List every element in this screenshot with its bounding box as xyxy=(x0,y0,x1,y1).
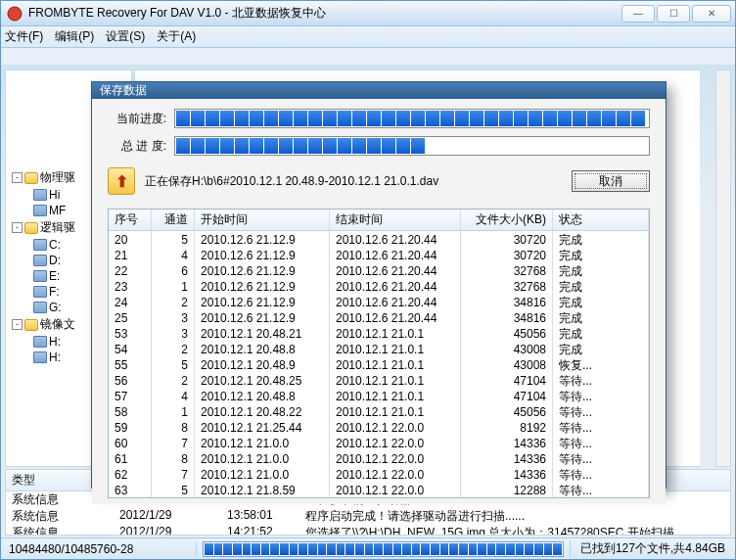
col-ch[interactable]: 通道 xyxy=(152,210,195,230)
tree-expander-icon[interactable]: - xyxy=(12,319,23,330)
table-row[interactable]: 6272010.12.1 21.0.02010.12.1 22.0.014336… xyxy=(109,466,649,482)
table-row[interactable]: 6182010.12.1 21.0.02010.12.1 22.0.014336… xyxy=(109,450,649,466)
drive-icon xyxy=(33,351,47,363)
svg-point-0 xyxy=(8,7,22,21)
tree-drive[interactable]: D: xyxy=(49,254,61,267)
drive-icon xyxy=(33,205,47,216)
tree-physical[interactable]: 物理驱 xyxy=(40,169,75,186)
app-icon xyxy=(7,6,23,22)
status-left: 10484480/10485760-28 xyxy=(1,542,197,556)
tree-drive[interactable]: E: xyxy=(49,269,60,283)
tree-drive[interactable]: C: xyxy=(49,238,61,252)
menu-edit[interactable]: 编辑(P) xyxy=(55,28,94,45)
folder-icon xyxy=(24,172,38,184)
folder-icon xyxy=(24,319,38,331)
table-row[interactable]: 5332010.12.1 20.48.212010.12.1 21.0.1450… xyxy=(109,325,649,341)
table-row[interactable]: 2532010.12.6 21.12.92010.12.6 21.20.4434… xyxy=(109,309,649,325)
current-progress-label: 当前进度: xyxy=(108,111,166,127)
drive-icon xyxy=(33,189,47,201)
tree-logical[interactable]: 逻辑驱 xyxy=(40,219,75,236)
tree-hi[interactable]: Hi xyxy=(49,188,60,202)
saving-path: 正在保存H:\b\6#2010.12.1 20.48.9-2010.12.1 2… xyxy=(145,173,562,190)
tree-expander-icon[interactable]: - xyxy=(12,222,23,233)
col-start[interactable]: 开始时间 xyxy=(195,210,330,230)
table-row[interactable]: 6072010.12.1 21.0.02010.12.1 22.0.014336… xyxy=(109,435,649,450)
main-window: FROMBYTE Recovery For DAV V1.0 - 北亚数据恢复中… xyxy=(0,0,736,560)
log-row[interactable]: 系统信息2012/1/2914:21:52您选择了\\?\H:\DH_NEW_1… xyxy=(6,525,730,536)
tree-drive[interactable]: G: xyxy=(49,301,62,314)
upload-icon: ⬆ xyxy=(108,167,135,195)
tree-mirror[interactable]: 镜像文 xyxy=(40,316,75,333)
table-row[interactable]: 5622010.12.1 20.48.252010.12.1 21.0.1471… xyxy=(109,372,649,388)
titlebar: FROMBYTE Recovery For DAV V1.0 - 北亚数据恢复中… xyxy=(1,1,735,26)
minimize-button[interactable]: — xyxy=(621,5,655,23)
dialog-title: 保存数据 xyxy=(92,82,666,99)
table-row[interactable]: 2052010.12.6 21.12.92010.12.6 21.20.4430… xyxy=(109,231,649,247)
tree-mirror-item[interactable]: H: xyxy=(49,350,61,364)
tree-drive[interactable]: F: xyxy=(49,285,60,299)
toolbar xyxy=(1,48,735,66)
menubar: 文件(F) 编辑(P) 设置(S) 关于(A) xyxy=(1,26,735,48)
table-row[interactable]: 2262010.12.6 21.12.92010.12.6 21.20.4432… xyxy=(109,262,649,278)
status-right: 已找到127个文件,共4.84GB xyxy=(570,540,735,557)
menu-settings[interactable]: 设置(S) xyxy=(106,28,145,45)
drive-icon xyxy=(33,239,47,251)
drive-icon xyxy=(33,302,47,313)
tree-expander-icon[interactable]: - xyxy=(12,172,23,183)
maximize-button[interactable]: ☐ xyxy=(657,5,690,23)
table-row[interactable]: 5422010.12.1 20.48.82010.12.1 21.0.14300… xyxy=(109,341,649,356)
table-row[interactable]: 5812010.12.1 20.48.222010.12.1 21.0.1450… xyxy=(109,403,649,419)
table-row[interactable]: 2422010.12.6 21.12.92010.12.6 21.20.4434… xyxy=(109,294,649,309)
menu-file[interactable]: 文件(F) xyxy=(5,28,43,45)
table-row[interactable]: 2312010.12.6 21.12.92010.12.6 21.20.4432… xyxy=(109,278,649,294)
grid-rows[interactable]: 2052010.12.6 21.12.92010.12.6 21.20.4430… xyxy=(109,231,649,497)
status-progress xyxy=(203,541,564,557)
table-row[interactable]: 5552010.12.1 20.48.92010.12.1 21.0.14300… xyxy=(109,356,649,372)
drive-icon xyxy=(33,286,47,298)
save-dialog: 保存数据 当前进度: 总 进 度: ⬆ 正在保存H:\b\6#2010.12.1… xyxy=(91,81,667,489)
total-progress-label: 总 进 度: xyxy=(108,138,166,155)
table-row[interactable]: 6352010.12.1 21.8.592010.12.1 22.0.01228… xyxy=(109,482,649,497)
table-row[interactable]: 2142010.12.6 21.12.92010.12.6 21.20.4430… xyxy=(109,247,649,262)
table-row[interactable]: 5742010.12.1 20.48.82010.12.1 21.0.14710… xyxy=(109,388,649,403)
drive-icon xyxy=(33,255,47,266)
menu-about[interactable]: 关于(A) xyxy=(157,28,196,45)
col-status[interactable]: 状态 xyxy=(553,210,649,230)
tree-mirror-item[interactable]: H: xyxy=(49,335,61,349)
cancel-button[interactable]: 取消 xyxy=(572,170,650,192)
close-button[interactable]: ✕ xyxy=(692,5,731,23)
current-progress-bar xyxy=(174,109,650,128)
col-no[interactable]: 序号 xyxy=(109,210,152,230)
col-size[interactable]: 文件大小(KB) xyxy=(461,210,553,230)
statusbar: 10484480/10485760-28 已找到127个文件,共4.84GB xyxy=(1,537,735,559)
table-row[interactable]: 5982010.12.1 21.25.442010.12.1 22.0.0819… xyxy=(109,419,649,435)
drive-icon xyxy=(33,336,47,348)
total-progress-bar xyxy=(174,136,650,156)
results-grid: 序号 通道 开始时间 结束时间 文件大小(KB) 状态 2052010.12.6… xyxy=(108,209,650,498)
folder-icon xyxy=(24,222,38,234)
window-title: FROMBYTE Recovery For DAV V1.0 - 北亚数据恢复中… xyxy=(28,5,616,22)
col-end[interactable]: 结束时间 xyxy=(330,210,461,230)
drive-icon xyxy=(33,270,47,282)
grid-header: 序号 通道 开始时间 结束时间 文件大小(KB) 状态 xyxy=(109,210,649,231)
window-buttons: — ☐ ✕ xyxy=(621,5,731,23)
log-row[interactable]: 系统信息2012/1/2913:58:01程序启动完成！请选择驱动器进行扫描..… xyxy=(6,508,730,525)
scrollbar-vertical[interactable] xyxy=(715,70,731,467)
tree-mf[interactable]: MF xyxy=(49,204,66,217)
